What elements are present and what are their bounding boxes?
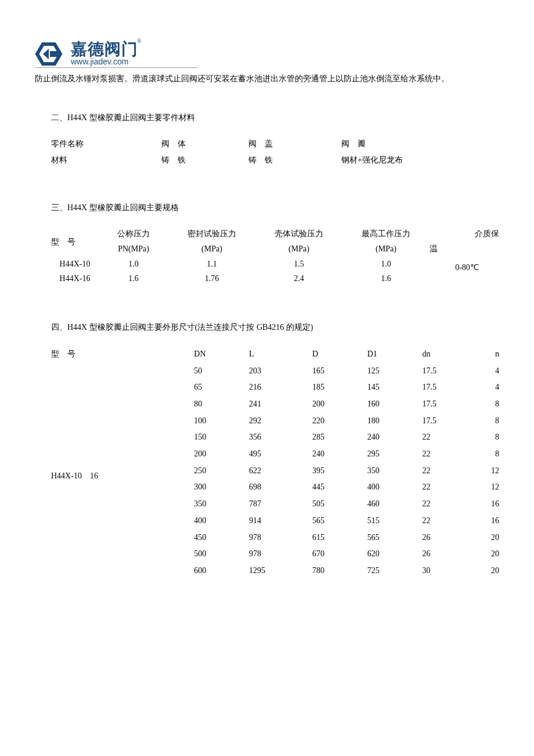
header-text: 型 号	[51, 235, 99, 250]
cell: 17.5	[422, 396, 477, 413]
cell: 16	[477, 496, 499, 513]
cell: 145	[367, 379, 423, 396]
cell-model-merged: H44X-10 16	[51, 468, 98, 485]
cell: 2.4	[255, 271, 342, 286]
table-row: 5020316512517.54	[51, 363, 499, 380]
intro-paragraph: 防止倒流及水锤对泵损害。滑道滚球式止回阀还可安装在蓄水池进出水管的旁通管上以防止…	[35, 71, 499, 87]
header-text: 介质保	[430, 226, 499, 242]
cell: 295	[367, 446, 423, 463]
table-body: 5020316512517.546521618514517.5480241200…	[51, 363, 499, 579]
table-row: 5009786706202620	[51, 546, 499, 563]
cell: 4	[477, 363, 499, 380]
cell: 250	[194, 463, 249, 480]
cell: 787	[249, 496, 312, 513]
cell: 180	[367, 413, 423, 430]
cell: 220	[312, 413, 367, 430]
cell: 8	[477, 413, 499, 430]
cell-label: 材料	[51, 152, 161, 168]
cell: 495	[249, 446, 312, 463]
col-model: 型 号	[51, 226, 99, 257]
cell: 20	[477, 530, 499, 546]
col-max: 最高工作压力 (MPa)	[342, 226, 430, 257]
cell: 445	[312, 479, 367, 496]
cell: 565	[367, 530, 423, 546]
cell: 725	[367, 563, 423, 579]
page: 嘉德阀门® www.jiadev.com 防止倒流及水锤对泵损害。滑道滚球式止回…	[0, 0, 534, 614]
cell: 22	[422, 446, 477, 463]
table-row: 150356285240228	[51, 429, 499, 446]
dims-table: 型 号 DN L D D1 dn n H44X-10 16 5020316512…	[51, 346, 499, 579]
cell: 1.6	[342, 271, 430, 286]
col-pn: 公称压力 PN(MPa)	[99, 226, 168, 257]
cell: 615	[312, 530, 367, 546]
cell: 22	[422, 479, 477, 496]
cell: 356	[249, 429, 312, 446]
cell: 阀 体	[161, 136, 248, 152]
cell	[51, 446, 194, 463]
header-text: 公称压力	[99, 226, 168, 242]
cell	[51, 429, 194, 446]
cell: 600	[194, 563, 249, 579]
cell: 铸 铁	[248, 152, 341, 168]
svg-rect-2	[50, 51, 58, 57]
cell: 16	[477, 513, 499, 530]
cell	[51, 396, 194, 413]
registered-icon: ®	[137, 38, 142, 44]
table-row: 4009145655152216	[51, 513, 499, 530]
cell: 125	[367, 363, 423, 380]
header-text: 壳体试验压力	[255, 226, 342, 242]
cell: 8	[477, 429, 499, 446]
table-row: 4509786155652620	[51, 530, 499, 546]
cell: 670	[312, 546, 367, 563]
cell: 80	[194, 396, 249, 413]
header-text: (MPa)	[342, 242, 430, 257]
section3-title: 三、H44X 型橡胶瓣止回阀主要规格	[51, 200, 499, 216]
cell: 216	[249, 379, 312, 396]
cell: 1295	[249, 563, 312, 579]
cell: 22	[422, 429, 477, 446]
cell: 978	[249, 546, 312, 563]
cell: 8	[477, 396, 499, 413]
table-body: H44X-10 1.0 1.1 1.5 1.0 H44X-16 1.6 1.76…	[51, 257, 499, 287]
col-n: n	[477, 346, 499, 363]
table-row: 材料 铸 铁 铸 铁 钢材+强化尼龙布	[51, 152, 499, 168]
cell: 1.76	[168, 271, 255, 286]
cell-label: 零件名称	[51, 136, 161, 152]
cell: 200	[194, 446, 249, 463]
cell: 100	[194, 413, 249, 430]
brand-mark-icon	[35, 41, 67, 67]
cell	[51, 530, 194, 546]
cell: 292	[249, 413, 312, 430]
cell: 17.5	[422, 379, 477, 396]
header-text: PN(MPa)	[99, 242, 168, 257]
table-row: 零件名称 阀 体 阀 盖 阀 瓣	[51, 136, 499, 152]
brand-logo: 嘉德阀门® www.jiadev.com	[35, 41, 499, 67]
cell	[51, 413, 194, 430]
cell: 65	[194, 379, 249, 396]
cell: 4	[477, 379, 499, 396]
cell: 20	[477, 563, 499, 579]
cell: 1.0	[99, 257, 168, 272]
section4-title: 四、H44X 型橡胶瓣止回阀主要外形尺寸(法兰连接尺寸按 GB4216 的规定)	[51, 320, 499, 336]
cell: H44X-16	[51, 271, 99, 286]
col-d: D	[312, 346, 367, 363]
cell	[51, 546, 194, 563]
cell: 阀 盖	[248, 136, 341, 152]
col-dn: DN	[194, 346, 249, 363]
table-row: 60012957807253020	[51, 563, 499, 579]
table-row: 3507875054602216	[51, 496, 499, 513]
brand-text: 嘉德阀门® www.jiadev.com	[71, 41, 143, 67]
col-model: 型 号	[51, 346, 194, 363]
cell: 400	[367, 479, 423, 496]
cell: 400	[194, 513, 249, 530]
cell: 26	[422, 530, 477, 546]
cell	[51, 563, 194, 579]
cell: 565	[312, 513, 367, 530]
table-row: H44X-10 1.0 1.1 1.5 1.0	[51, 257, 499, 272]
cell: 17.5	[422, 413, 477, 430]
cell: 钢材+强化尼龙布	[341, 152, 457, 168]
cell: 160	[367, 396, 423, 413]
cell: 185	[312, 379, 367, 396]
cell: H44X-10	[51, 257, 99, 272]
table-row: 10029222018017.58	[51, 413, 499, 430]
